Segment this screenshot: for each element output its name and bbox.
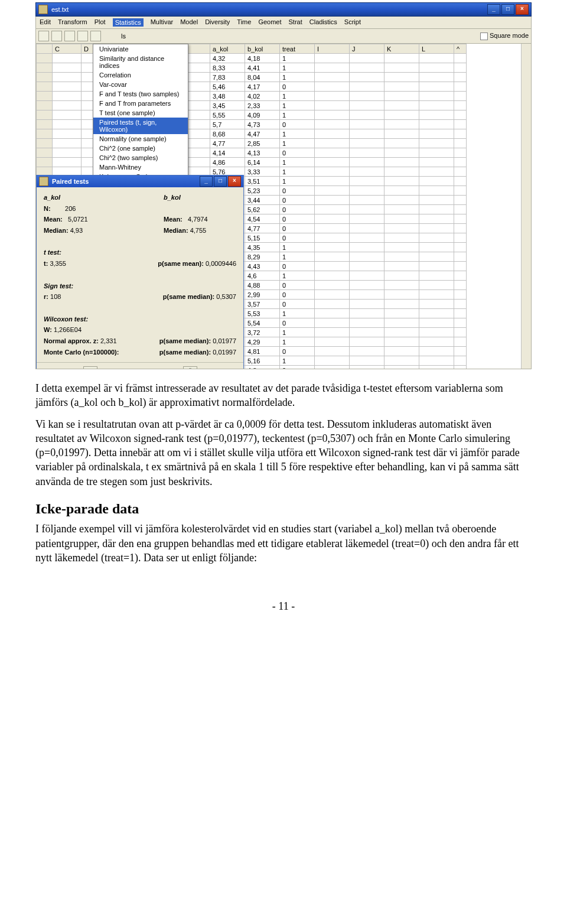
col-j[interactable]: J: [350, 44, 384, 54]
col-i[interactable]: I: [315, 44, 350, 54]
stats-menu-item[interactable]: F and T tests (two samples): [93, 89, 188, 99]
stats-menu-item[interactable]: Chi^2 (one sample): [93, 144, 188, 153]
stats-menu-item[interactable]: Similarity and distance indices: [93, 54, 188, 70]
dialog-print-button[interactable]: ⎙: [183, 366, 197, 369]
menu-plot[interactable]: Plot: [94, 18, 106, 27]
psame-median-label: p(same median):: [163, 293, 214, 300]
paired-minimize[interactable]: _: [200, 176, 213, 187]
paired-titlebar: Paired tests _ □ ×: [37, 175, 243, 187]
w-label: W:: [44, 326, 52, 333]
col-bkol[interactable]: b_kol: [245, 44, 280, 54]
psame-mean-value: 0,0009446: [206, 260, 236, 267]
menu-cladistics[interactable]: Cladistics: [309, 18, 337, 27]
menubar: Edit Transform Plot Statistics Multivar …: [35, 17, 532, 29]
r-label: r:: [44, 293, 48, 300]
maximize-button[interactable]: □: [501, 4, 514, 15]
n-label: N:: [44, 205, 51, 212]
section-heading: Icke-parade data: [35, 499, 532, 518]
paragraph-3: I följande exempel vill vi jämföra koles…: [35, 522, 532, 565]
mc-label: Monte Carlo (n=100000):: [44, 347, 119, 358]
vertical-scrollbar[interactable]: [521, 44, 531, 369]
paired-close[interactable]: ×: [228, 176, 241, 187]
median1-label: Median:: [44, 227, 69, 234]
paired-col2-name: b_kol: [164, 194, 181, 201]
menu-time[interactable]: Time: [237, 18, 251, 27]
median2-label: Median:: [164, 227, 188, 234]
mean2-value: 4,7974: [188, 216, 208, 223]
mean2-label: Mean:: [164, 216, 183, 223]
col-c[interactable]: C: [53, 44, 82, 54]
dialog-icon: [39, 177, 48, 186]
normal-z-label: Normal approx. z:: [44, 337, 99, 344]
col-treat[interactable]: treat: [280, 44, 315, 54]
menu-strat[interactable]: Strat: [289, 18, 302, 27]
menu-transform[interactable]: Transform: [58, 18, 87, 27]
stats-menu-item[interactable]: Mann-Whitney: [93, 162, 188, 172]
minimize-button[interactable]: _: [487, 4, 500, 15]
r-value: 108: [50, 293, 61, 300]
dialog-cancel-button[interactable]: ×: [83, 366, 97, 369]
menu-geomet[interactable]: Geomet: [258, 18, 281, 27]
decimals-label: ls: [121, 32, 126, 40]
stats-menu-item[interactable]: Correlation: [93, 70, 188, 80]
paired-title-text: Paired tests: [52, 178, 89, 185]
stats-menu-item[interactable]: Chi^2 (two samples): [93, 153, 188, 162]
psame-median-value: 0,5307: [216, 293, 236, 300]
spreadsheet-area: C D a_kol b_kol treat I J K L ^ 4,324,18…: [35, 44, 532, 369]
wilcoxon-heading: Wilcoxon test:: [44, 315, 88, 323]
median2-value: 4,755: [190, 227, 207, 234]
paired-maximize[interactable]: □: [214, 176, 227, 187]
window-title: est.txt: [51, 6, 69, 13]
copy-icon[interactable]: [64, 31, 75, 41]
menu-diversity[interactable]: Diversity: [205, 18, 230, 27]
print-icon[interactable]: [90, 31, 101, 41]
col-akol[interactable]: a_kol: [210, 44, 245, 54]
stats-menu-item[interactable]: Var-covar: [93, 80, 188, 89]
menu-edit[interactable]: Edit: [40, 18, 51, 27]
normal-z-value: 2,331: [100, 337, 117, 344]
menu-script[interactable]: Script: [344, 18, 361, 27]
square-mode-checkbox[interactable]: [480, 32, 488, 40]
stats-menu-item[interactable]: T test (one sample): [93, 108, 188, 118]
stats-menu-item[interactable]: Univariate: [93, 44, 188, 54]
psame-mean-label: p(same mean):: [158, 260, 204, 267]
sign-heading: Sign test:: [44, 282, 73, 289]
close-button[interactable]: ×: [516, 4, 529, 15]
square-mode-label: Square mode: [490, 32, 529, 39]
mean1-label: Mean:: [44, 216, 63, 223]
menu-model[interactable]: Model: [180, 18, 198, 27]
stats-menu-item[interactable]: Normality (one sample): [93, 134, 188, 144]
paired-col1-name: a_kol: [44, 194, 60, 201]
median1-value: 4,93: [70, 227, 83, 234]
paragraph-1: I detta exempel är vi främst intresserad…: [35, 381, 532, 410]
save-icon[interactable]: [51, 31, 62, 41]
n-value: 206: [65, 205, 76, 212]
menu-statistics[interactable]: Statistics: [113, 18, 144, 27]
app-screenshot: est.txt _ □ × Edit Transform Plot Statis…: [35, 2, 532, 369]
w-value: 1,266E04: [54, 326, 82, 333]
psame-median-w: 0,01977: [213, 337, 236, 344]
stats-menu-item[interactable]: Paired tests (t, sign, Wilcoxon): [93, 118, 188, 134]
col-k[interactable]: K: [384, 44, 419, 54]
ttest-heading: t test:: [44, 249, 61, 256]
paired-tests-dialog: Paired tests _ □ × a_kol N: 206 Mean: 5,…: [36, 175, 244, 369]
t-label: t:: [44, 260, 48, 267]
t-value: 3,355: [50, 260, 66, 267]
window-controls: _ □ ×: [487, 4, 529, 15]
col-l[interactable]: L: [419, 44, 454, 54]
paste-icon[interactable]: [77, 31, 88, 41]
paragraph-2: Vi kan se i resultatrutan ovan att p-vär…: [35, 417, 532, 489]
menu-multivar[interactable]: Multivar: [151, 18, 174, 27]
stats-menu-item[interactable]: F and T from parameters: [93, 99, 188, 108]
toolbar: ls Square mode: [35, 29, 532, 44]
psame-median-mc: 0,01997: [213, 349, 236, 356]
open-icon[interactable]: [38, 31, 49, 41]
app-icon: [38, 5, 48, 14]
document-body: I detta exempel är vi främst intresserad…: [35, 381, 532, 565]
page-number: - 11 -: [0, 600, 567, 613]
titlebar: est.txt _ □ ×: [35, 2, 532, 17]
mean1-value: 5,0721: [68, 216, 88, 223]
